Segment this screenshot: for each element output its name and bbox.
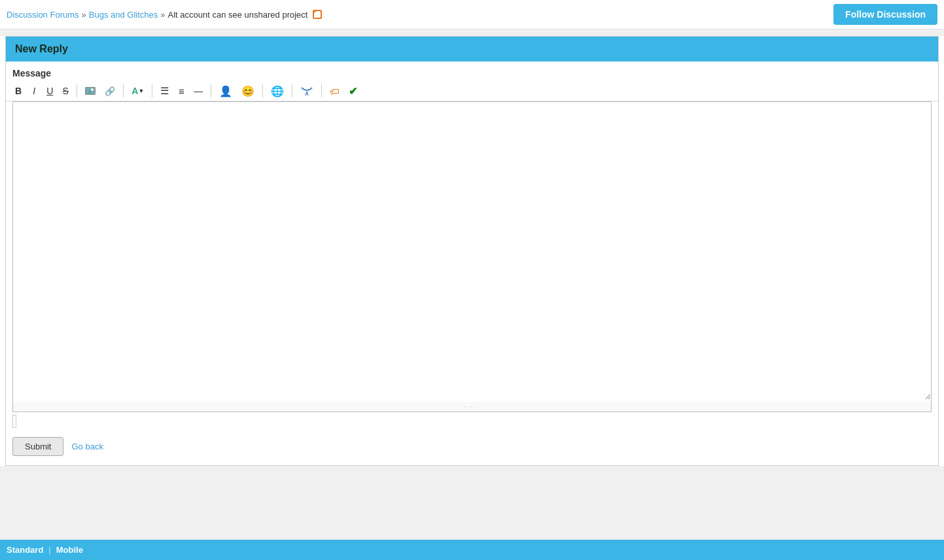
breadcrumb-link-bugs[interactable]: Bugs and Glitches [89,10,158,20]
numbered-list-button[interactable]: ≡ [174,84,188,98]
breadcrumb-sep-2: » [160,10,165,20]
breadcrumb-link-discussions[interactable]: Discussion Forums [7,10,79,20]
extra-input-row [12,415,932,428]
font-color-button[interactable]: A▼ [128,84,148,98]
message-textarea[interactable] [13,102,931,400]
emoji-icon: 😊 [241,85,254,97]
ribbon-icon [300,86,313,96]
breadcrumb: Discussion Forums » Bugs and Glitches » … [7,10,322,20]
toolbar-separator-1 [77,84,77,97]
font-color-icon: A [131,86,138,96]
new-reply-panel: New Reply Message B I U S 🔗 A▼ [5,36,939,466]
tag-button[interactable]: 🏷 [326,84,343,98]
toolbar-separator-5 [262,84,263,97]
strikethrough-button[interactable]: S [58,84,73,98]
bold-button[interactable]: B [11,84,26,98]
check-button[interactable]: ✔ [345,84,361,98]
new-reply-header: New Reply [6,37,938,61]
underline-button[interactable]: U [43,84,57,98]
editor-wrapper: · · · [12,101,932,412]
breadcrumb-current: Alt account can see unshared project [168,10,308,20]
numbered-list-icon: ≡ [179,86,184,97]
go-back-link[interactable]: Go back [71,442,103,451]
link-button[interactable]: 🔗 [101,84,119,98]
globe-button[interactable]: 🌐 [267,84,288,98]
tag-icon: 🏷 [330,86,340,97]
horizontal-rule-button[interactable]: — [190,84,207,98]
message-label: Message [6,61,938,81]
submit-button[interactable]: Submit [12,437,63,456]
page-content: New Reply Message B I U S 🔗 A▼ [0,36,944,466]
link-icon: 🔗 [105,86,115,96]
extra-input[interactable] [12,415,16,428]
breadcrumb-sep-1: » [82,10,86,20]
horizontal-rule-icon: — [194,86,203,96]
toolbar-separator-6 [292,84,292,97]
image-button[interactable] [81,84,99,98]
resize-handle: · · · [13,402,931,411]
toolbar-separator-4 [211,84,211,97]
toolbar-separator-7 [321,84,322,97]
italic-button[interactable]: I [27,84,41,98]
mention-button[interactable]: 👤 [215,84,236,98]
ribbon-button[interactable] [296,84,317,98]
form-buttons: Submit Go back [6,430,938,465]
bullet-list-icon: ☰ [160,85,169,97]
bullet-list-button[interactable]: ☰ [156,84,173,98]
rss-icon[interactable] [313,10,322,19]
emoji-button[interactable]: 😊 [237,84,258,98]
top-bar: Discussion Forums » Bugs and Glitches » … [0,0,944,29]
toolbar-separator-3 [152,84,152,97]
image-icon [85,87,96,95]
follow-discussion-button[interactable]: Follow Discussion [833,4,937,25]
globe-icon: 🌐 [271,85,284,97]
editor-toolbar: B I U S 🔗 A▼ ☰ ≡ [6,81,938,101]
toolbar-separator-2 [123,84,124,97]
check-icon: ✔ [349,85,357,97]
mention-icon: 👤 [219,85,232,97]
